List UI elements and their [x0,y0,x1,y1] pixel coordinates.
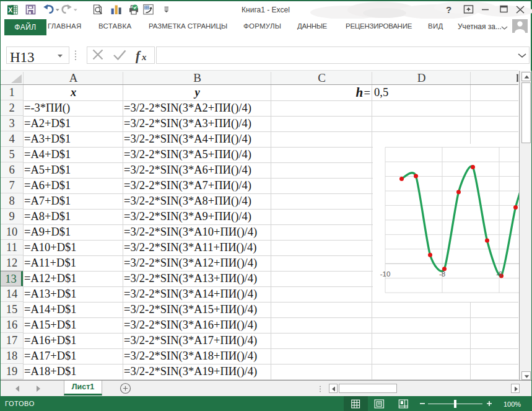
svg-text:f: f [136,48,141,63]
svg-text:X: X [8,6,12,14]
svg-text:?: ? [446,4,451,15]
svg-text:-8: -8 [439,270,445,278]
svg-text:x: x [141,52,147,62]
svg-text:-6: -6 [496,270,502,278]
svg-text:100%: 100% [504,400,521,408]
svg-text:-10: -10 [380,270,391,278]
